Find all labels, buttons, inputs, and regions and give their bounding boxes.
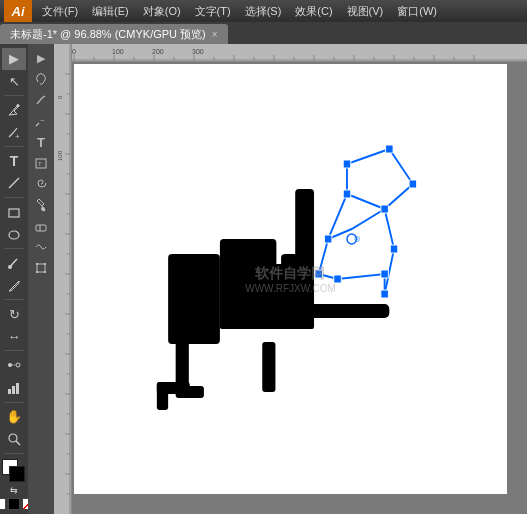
direct-select-tool[interactable]: ↖ (2, 71, 26, 93)
tab-bar: 未标题-1* @ 96.88% (CMYK/GPU 预览) × (0, 22, 527, 44)
svg-point-4 (9, 231, 19, 239)
svg-rect-98 (390, 245, 398, 253)
column-graph-tool[interactable] (2, 377, 26, 399)
canvas-area[interactable]: 0 100 200 300 (54, 44, 527, 514)
sec-free-transform[interactable] (30, 258, 52, 278)
svg-rect-17 (36, 225, 46, 231)
menu-type[interactable]: 文字(T) (189, 2, 237, 21)
svg-point-12 (9, 434, 17, 442)
svg-rect-95 (334, 275, 342, 283)
drawing-canvas[interactable]: 软件自学网 WWW.RFJXW.COM (74, 64, 507, 494)
title-bar: Ai 文件(F) 编辑(E) 对象(O) 文字(T) 选择(S) 效果(C) 视… (0, 0, 527, 22)
tool-separator-6 (4, 350, 24, 351)
add-anchor-tool[interactable]: + (2, 122, 26, 144)
tool-separator-2 (4, 146, 24, 147)
svg-text:100: 100 (57, 150, 63, 161)
svg-rect-84 (305, 304, 390, 318)
svg-rect-83 (262, 342, 275, 392)
reflect-tool[interactable]: ↔ (2, 326, 26, 348)
svg-text:~: ~ (40, 116, 45, 125)
rect-tool[interactable] (2, 201, 26, 223)
svg-point-0 (17, 104, 20, 107)
svg-rect-10 (12, 386, 15, 394)
sec-spiral[interactable] (30, 174, 52, 194)
brush-tool[interactable] (2, 252, 26, 274)
sec-select[interactable]: ▶ (30, 48, 52, 68)
tool-separator-3 (4, 197, 24, 198)
tab-close-button[interactable]: × (212, 29, 218, 40)
rotate-tool[interactable]: ↻ (2, 303, 26, 325)
svg-text:0: 0 (72, 48, 76, 55)
sec-area-type[interactable]: T (30, 153, 52, 173)
zoom-tool[interactable] (2, 428, 26, 450)
menu-bar: 文件(F) 编辑(E) 对象(O) 文字(T) 选择(S) 效果(C) 视图(V… (36, 2, 443, 21)
svg-rect-93 (324, 235, 332, 243)
svg-text:T: T (38, 161, 42, 167)
sec-lasso[interactable] (30, 69, 52, 89)
svg-rect-23 (44, 271, 46, 273)
menu-file[interactable]: 文件(F) (36, 2, 84, 21)
menu-window[interactable]: 窗口(W) (391, 2, 443, 21)
drawing-content: ® (74, 64, 507, 494)
tool-separator-5 (4, 299, 24, 300)
color-white[interactable] (0, 498, 6, 510)
sec-type2[interactable]: T (30, 132, 52, 152)
sec-paint-bucket[interactable] (30, 195, 52, 215)
svg-rect-20 (36, 263, 38, 265)
svg-rect-96 (381, 270, 389, 278)
main-area: ▶ ↖ + T ↻ ↔ (0, 44, 527, 514)
tool-separator-7 (4, 402, 24, 403)
svg-text:300: 300 (192, 48, 204, 55)
ellipse-tool[interactable] (2, 224, 26, 246)
svg-rect-88 (343, 160, 351, 168)
sec-pen[interactable] (30, 90, 52, 110)
svg-point-6 (8, 363, 12, 367)
swap-fill-stroke[interactable]: ⇆ (10, 485, 18, 495)
sec-eraser[interactable] (30, 216, 52, 236)
ai-logo: Ai (4, 0, 32, 22)
svg-line-2 (9, 178, 19, 188)
svg-rect-77 (168, 254, 220, 344)
svg-rect-86 (157, 382, 168, 410)
select-tool[interactable]: ▶ (2, 48, 26, 70)
svg-point-7 (16, 363, 20, 367)
svg-rect-87 (295, 189, 314, 269)
hand-tool[interactable]: ✋ (2, 406, 26, 428)
svg-rect-51 (54, 44, 71, 514)
menu-select[interactable]: 选择(S) (239, 2, 288, 21)
blend-tool[interactable] (2, 354, 26, 376)
svg-rect-92 (343, 190, 351, 198)
secondary-toolbar: ▶ ~ T T (28, 44, 54, 514)
svg-rect-24 (54, 44, 527, 61)
svg-rect-89 (386, 145, 394, 153)
menu-effect[interactable]: 效果(C) (289, 2, 338, 21)
pencil-tool[interactable] (2, 275, 26, 297)
tab-label: 未标题-1* @ 96.88% (CMYK/GPU 预览) (10, 27, 206, 42)
svg-rect-11 (16, 383, 19, 394)
color-black[interactable] (8, 498, 20, 510)
sec-anchor-convert[interactable]: ~ (30, 111, 52, 131)
svg-rect-19 (37, 264, 45, 272)
sec-warp[interactable] (30, 237, 52, 257)
svg-text:100: 100 (112, 48, 124, 55)
menu-edit[interactable]: 编辑(E) (86, 2, 135, 21)
svg-text:200: 200 (152, 48, 164, 55)
line-tool[interactable] (2, 173, 26, 195)
tool-separator-8 (4, 453, 24, 454)
svg-text:®: ® (355, 235, 361, 244)
svg-rect-94 (315, 270, 323, 278)
stroke-swatch[interactable] (9, 466, 25, 482)
type-tool[interactable]: T (2, 150, 26, 172)
ruler-top: 0 100 200 300 (54, 44, 527, 62)
svg-rect-21 (44, 263, 46, 265)
ruler-left: 0 100 (54, 44, 72, 514)
tool-separator-4 (4, 248, 24, 249)
menu-object[interactable]: 对象(O) (137, 2, 187, 21)
svg-rect-97 (381, 290, 389, 298)
active-tab[interactable]: 未标题-1* @ 96.88% (CMYK/GPU 预览) × (0, 24, 228, 44)
pen-tool[interactable] (2, 99, 26, 121)
svg-point-5 (8, 265, 12, 269)
tool-separator-1 (4, 95, 24, 96)
menu-view[interactable]: 视图(V) (341, 2, 390, 21)
fill-stroke-indicator (2, 459, 26, 484)
